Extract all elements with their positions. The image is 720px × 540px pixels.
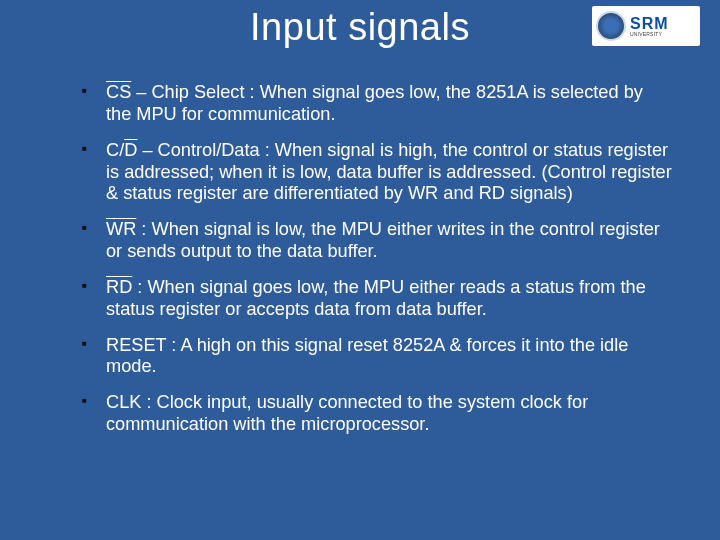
signal-desc: – Chip Select : When signal goes low, th…	[106, 82, 643, 124]
content-area: CS – Chip Select : When signal goes low,…	[78, 82, 672, 450]
signal-name: CLK	[106, 392, 141, 412]
srm-seal-icon	[596, 11, 626, 41]
signal-name: C/D	[106, 140, 137, 160]
signal-desc: : Clock input, usually connected to the …	[106, 392, 588, 434]
signal-desc: : When signal is low, the MPU either wri…	[106, 219, 660, 261]
signal-desc: – Control/Data : When signal is high, th…	[106, 140, 672, 204]
signal-desc: : When signal goes low, the MPU either r…	[106, 277, 646, 319]
list-item: WR : When signal is low, the MPU either …	[78, 219, 672, 263]
list-item: RD : When signal goes low, the MPU eithe…	[78, 277, 672, 321]
signal-desc: : A high on this signal reset 8252A & fo…	[106, 335, 628, 377]
srm-logo-main: SRM	[630, 16, 669, 32]
list-item: CLK : Clock input, usually connected to …	[78, 392, 672, 436]
bullet-list: CS – Chip Select : When signal goes low,…	[78, 82, 672, 436]
list-item: CS – Chip Select : When signal goes low,…	[78, 82, 672, 126]
signal-name: RESET	[106, 335, 166, 355]
signal-name: WR	[106, 219, 136, 239]
srm-logo-text: SRM UNIVERSITY	[630, 16, 669, 37]
srm-logo: SRM UNIVERSITY	[592, 6, 700, 46]
list-item: C/D – Control/Data : When signal is high…	[78, 140, 672, 206]
list-item: RESET : A high on this signal reset 8252…	[78, 335, 672, 379]
srm-logo-sub: UNIVERSITY	[630, 32, 669, 37]
slide: Input signals SRM UNIVERSITY CS – Chip S…	[0, 0, 720, 540]
signal-name: CS	[106, 82, 131, 102]
signal-name: RD	[106, 277, 132, 297]
